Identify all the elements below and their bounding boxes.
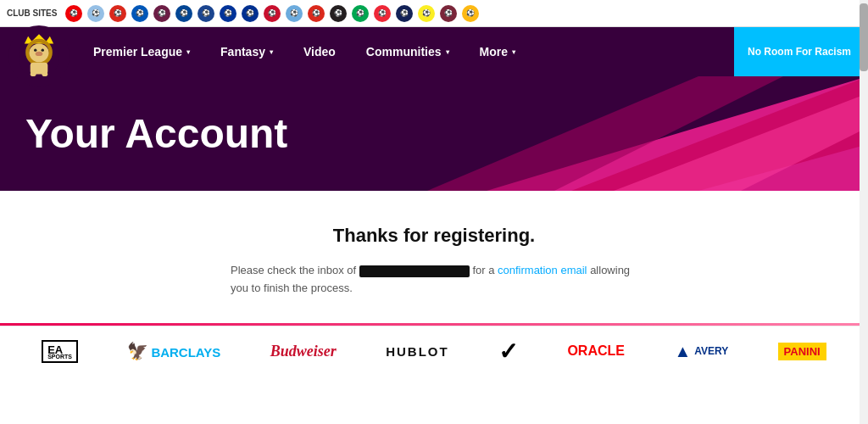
nav-premier-league[interactable]: Premier League ▾ [78, 27, 205, 76]
club-sites-label: CLUB SITES [7, 8, 57, 18]
page-title: Your Account [0, 110, 287, 157]
no-racism-button[interactable]: No Room For Racism [734, 27, 865, 76]
confirmation-message: Please check the inbox of for a confirma… [231, 262, 637, 298]
nav-more[interactable]: More ▾ [465, 27, 531, 76]
hero-banner: Your Account [0, 76, 868, 191]
svg-point-4 [34, 48, 36, 51]
club-crest-arsenal[interactable]: ⚽ [65, 5, 82, 22]
sponsor-avery[interactable]: ▲AVERY [674, 336, 728, 366]
chevron-down-icon: ▾ [512, 48, 515, 56]
nav-links: Premier League ▾ Fantasy ▾ Video Communi… [78, 27, 734, 76]
main-navigation: Premier League ▾ Fantasy ▾ Video Communi… [0, 27, 868, 76]
svg-point-10 [42, 72, 47, 76]
club-crest-newcastle[interactable]: ⚽ [330, 5, 347, 22]
sponsor-panini[interactable]: PANINI [778, 336, 826, 366]
scrollbar-thumb[interactable] [860, 3, 868, 71]
club-crest-burnley[interactable]: ⚽ [153, 5, 170, 22]
club-crest-spurs[interactable]: ⚽ [396, 5, 413, 22]
nav-video[interactable]: Video [288, 27, 351, 76]
redacted-email [359, 265, 470, 277]
sponsor-nike[interactable]: ✓ [498, 336, 518, 366]
club-crest-brighton[interactable]: ⚽ [131, 5, 148, 22]
chevron-down-icon: ▾ [186, 48, 190, 56]
club-crest-norwich[interactable]: ⚽ [352, 5, 369, 22]
sponsor-barclays[interactable]: 🦅BARCLAYS [127, 336, 220, 366]
sponsors-bar: EASPORTS 🦅BARCLAYS Budweiser HUBLOT ✓ OR… [0, 326, 868, 377]
svg-point-5 [42, 48, 44, 51]
sponsor-hublot[interactable]: HUBLOT [386, 336, 449, 366]
svg-point-9 [31, 72, 36, 76]
club-crest-aston-villa[interactable]: ⚽ [87, 5, 104, 22]
club-crest-sheffield[interactable]: ⚽ [374, 5, 391, 22]
club-crest-westham[interactable]: ⚽ [440, 5, 457, 22]
chevron-down-icon: ▾ [446, 48, 449, 56]
club-crest-everton[interactable]: ⚽ [220, 5, 236, 22]
text-before: Please check the inbox of [231, 264, 359, 276]
club-crest-leicester[interactable]: ⚽ [242, 5, 259, 22]
sponsor-budweiser[interactable]: Budweiser [270, 336, 337, 366]
club-crest-wolves[interactable]: ⚽ [462, 5, 479, 22]
scrollbar[interactable] [860, 0, 868, 377]
sponsor-ea[interactable]: EASPORTS [42, 336, 78, 366]
club-sites-bar: CLUB SITES ⚽ ⚽ ⚽ ⚽ ⚽ ⚽ ⚽ ⚽ ⚽ ⚽ ⚽ ⚽ ⚽ ⚽ ⚽… [0, 0, 868, 27]
nav-fantasy[interactable]: Fantasy ▾ [205, 27, 288, 76]
sponsor-oracle[interactable]: ORACLE [567, 336, 625, 366]
club-crest-manutd[interactable]: ⚽ [308, 5, 325, 22]
hero-graphic [359, 76, 868, 191]
chevron-down-icon: ▾ [270, 48, 273, 56]
thanks-heading: Thanks for registering. [333, 225, 535, 247]
club-crest-chelsea[interactable]: ⚽ [175, 5, 192, 22]
content-area: Thanks for registering. Please check the… [0, 191, 868, 315]
club-crest-crystal[interactable]: ⚽ [198, 5, 214, 22]
svg-point-6 [36, 52, 43, 56]
nav-communities[interactable]: Communities ▾ [351, 27, 465, 76]
club-crest-bournemouth[interactable]: ⚽ [109, 5, 126, 22]
club-crest-liverpool[interactable]: ⚽ [264, 5, 281, 22]
pl-logo[interactable] [8, 25, 70, 86]
club-crest-watford[interactable]: ⚽ [418, 5, 435, 22]
club-crest-mancity[interactable]: ⚽ [286, 5, 303, 22]
confirmation-link[interactable]: confirmation email [498, 264, 587, 276]
